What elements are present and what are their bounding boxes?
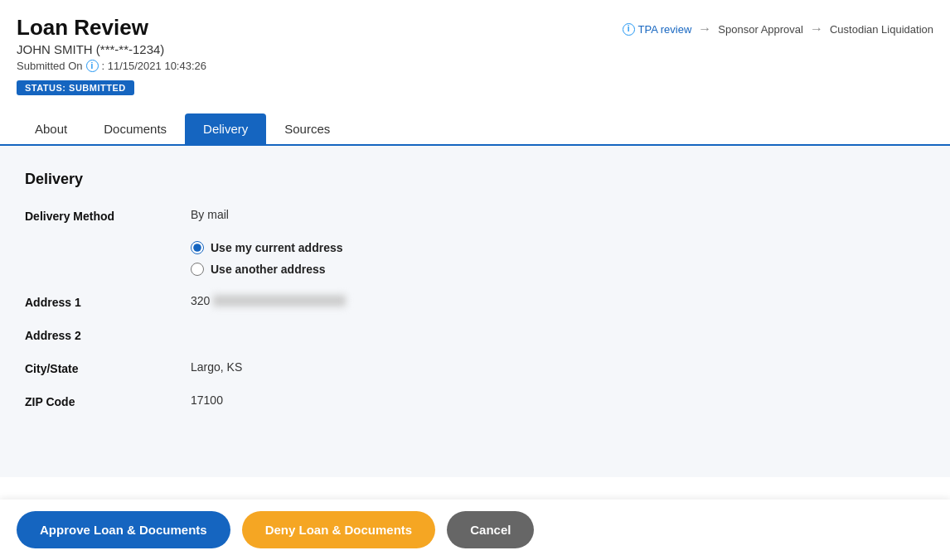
workflow-step1-label: TPA review <box>638 23 692 36</box>
workflow-arrow2: → <box>810 22 823 36</box>
radio-use-another-label[interactable]: Use another address <box>211 263 326 276</box>
address1-row: Address 1 320 <box>25 294 925 309</box>
zip-row: ZIP Code 17100 <box>25 393 925 408</box>
tab-documents[interactable]: Documents <box>85 113 185 146</box>
address1-blurred <box>213 295 346 307</box>
city-state-label: City/State <box>25 360 158 375</box>
zip-value: 17100 <box>191 393 223 407</box>
radio-use-current-label[interactable]: Use my current address <box>211 241 343 254</box>
submitted-date: : 11/15/2021 10:43:26 <box>102 60 207 72</box>
delivery-method-label: Delivery Method <box>25 208 158 223</box>
tab-sources[interactable]: Sources <box>266 113 348 146</box>
tab-about[interactable]: About <box>17 113 85 146</box>
workflow-info-icon[interactable]: i <box>623 23 635 36</box>
page-header: Loan Review JOHN SMITH (***-**-1234) Sub… <box>0 0 950 104</box>
workflow-steps: i TPA review → Sponsor Approval → Custod… <box>623 22 933 36</box>
header-left: Loan Review JOHN SMITH (***-**-1234) Sub… <box>17 15 206 95</box>
page-title: Loan Review <box>17 15 206 41</box>
workflow-step3-label: Custodian Liquidation <box>830 23 933 36</box>
workflow-step-current: i TPA review <box>623 23 692 36</box>
delivery-method-row: Delivery Method By mail <box>25 208 925 223</box>
city-state-row: City/State Largo, KS <box>25 360 925 375</box>
radio-use-current[interactable]: Use my current address <box>191 241 343 254</box>
address1-label: Address 1 <box>25 294 158 309</box>
city-state-value: Largo, KS <box>191 360 242 374</box>
zip-label: ZIP Code <box>25 393 158 408</box>
applicant-name: JOHN SMITH (***-**-1234) <box>17 42 206 56</box>
info-icon[interactable]: i <box>86 60 99 72</box>
address-radio-label <box>25 241 158 243</box>
tab-bar: About Documents Delivery Sources <box>0 112 950 146</box>
address-radio-row: Use my current address Use another addre… <box>25 241 925 276</box>
main-content: Delivery Delivery Method By mail Use my … <box>0 146 950 477</box>
address1-value: 320 <box>191 294 346 307</box>
radio-use-another[interactable]: Use another address <box>191 263 343 276</box>
submitted-date-row: Submitted On i : 11/15/2021 10:43:26 <box>17 60 206 72</box>
workflow-arrow1: → <box>698 22 711 36</box>
radio-group: Use my current address Use another addre… <box>191 241 343 276</box>
section-title: Delivery <box>25 171 925 188</box>
submitted-label: Submitted On <box>17 60 83 72</box>
tab-delivery[interactable]: Delivery <box>185 113 266 146</box>
radio-use-another-input[interactable] <box>191 263 204 276</box>
delivery-method-value: By mail <box>191 208 229 221</box>
workflow-step2-label: Sponsor Approval <box>718 23 803 36</box>
address1-number: 320 <box>191 294 210 307</box>
radio-use-current-input[interactable] <box>191 241 204 254</box>
status-badge: STATUS: SUBMITTED <box>17 80 134 95</box>
address2-label: Address 2 <box>25 327 158 342</box>
address2-row: Address 2 <box>25 327 925 342</box>
